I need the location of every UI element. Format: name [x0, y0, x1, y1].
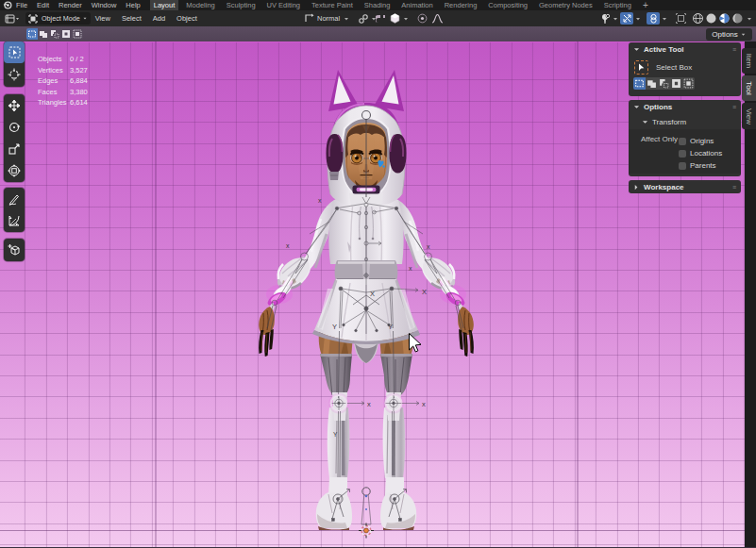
svg-text:x: x	[367, 400, 371, 408]
svg-text:X: X	[422, 288, 427, 296]
svg-text:x: x	[318, 197, 322, 204]
svg-text:x: x	[409, 265, 412, 272]
svg-text:Y: Y	[388, 323, 393, 331]
svg-text:X: X	[370, 290, 375, 298]
svg-text:Y: Y	[333, 431, 338, 438]
svg-text:x: x	[286, 242, 290, 249]
svg-text:Y: Y	[332, 323, 337, 331]
svg-text:x: x	[427, 243, 430, 250]
svg-text:x: x	[422, 400, 426, 408]
